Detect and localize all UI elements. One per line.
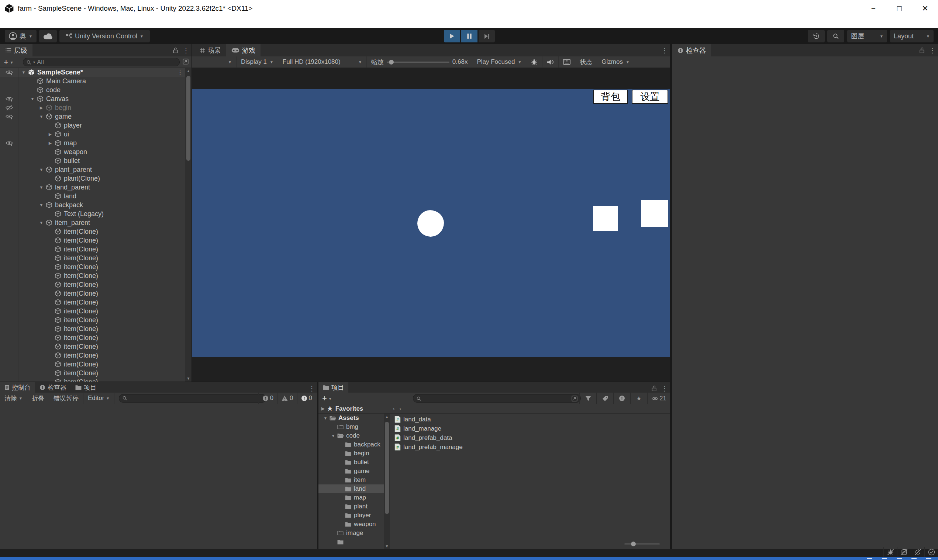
- scrollbar-thumb[interactable]: [385, 422, 389, 514]
- visibility-gutter[interactable]: [0, 307, 19, 315]
- scroll-up-icon[interactable]: ▲: [384, 415, 390, 419]
- file-row[interactable]: # land_manage: [392, 424, 670, 433]
- hierarchy-row[interactable]: item(Clone): [0, 325, 191, 333]
- layout-dropdown[interactable]: Layout ▼: [890, 30, 933, 42]
- hierarchy-row[interactable]: item(Clone): [0, 360, 191, 369]
- undo-history-button[interactable]: [808, 30, 825, 42]
- thumbnail-size-slider[interactable]: [624, 543, 660, 545]
- version-control-dropdown[interactable]: Unity Version Control ▼: [59, 30, 150, 42]
- expand-arrow[interactable]: [38, 220, 45, 225]
- resolution-dropdown[interactable]: Full HD (1920x1080)▼: [278, 56, 367, 68]
- visibility-gutter[interactable]: [0, 148, 19, 156]
- hierarchy-row[interactable]: item(Clone): [0, 333, 191, 342]
- expand-arrow[interactable]: [29, 97, 36, 101]
- visibility-gutter[interactable]: [0, 315, 19, 325]
- visibility-gutter[interactable]: [0, 174, 19, 183]
- visibility-gutter[interactable]: [0, 200, 19, 209]
- info-count-toggle[interactable]: 0: [258, 392, 277, 404]
- gizmos-dropdown[interactable]: Gizmos▼: [597, 56, 634, 68]
- folder-row[interactable]: bullet: [318, 458, 384, 467]
- folder-row[interactable]: bmg: [318, 423, 384, 431]
- expand-arrow[interactable]: ▶: [321, 406, 324, 411]
- folder-row[interactable]: weapon: [318, 520, 384, 529]
- close-button[interactable]: ✕: [912, 0, 938, 17]
- visibility-gutter[interactable]: [0, 280, 19, 289]
- folder-row[interactable]: Assets: [318, 414, 384, 423]
- zoom-slider[interactable]: [387, 62, 449, 63]
- visibility-gutter[interactable]: [0, 236, 19, 245]
- create-asset-button[interactable]: +▼: [322, 394, 332, 403]
- folder-row[interactable]: plant: [318, 502, 384, 511]
- kebab-menu-icon[interactable]: ⋮: [309, 385, 315, 392]
- hierarchy-row[interactable]: item(Clone): [0, 271, 191, 280]
- hierarchy-row[interactable]: item(Clone): [0, 315, 191, 325]
- expand-arrow[interactable]: [322, 416, 329, 420]
- folder-row[interactable]: game: [318, 467, 384, 475]
- expand-arrow[interactable]: [38, 203, 45, 207]
- hierarchy-row[interactable]: item(Clone): [0, 280, 191, 289]
- folder-row[interactable]: begin: [318, 449, 384, 458]
- kebab-menu-icon[interactable]: ⋮: [177, 68, 184, 76]
- visibility-gutter[interactable]: [0, 138, 19, 148]
- kebab-menu-icon[interactable]: ⋮: [661, 46, 668, 55]
- create-object-button[interactable]: +▼: [4, 57, 14, 67]
- debugger-disconnected-icon[interactable]: [883, 547, 897, 557]
- visibility-gutter[interactable]: [0, 94, 19, 103]
- warning-count-toggle[interactable]: 0: [277, 392, 297, 404]
- expand-arrow[interactable]: [46, 132, 54, 137]
- visibility-gutter[interactable]: [0, 263, 19, 271]
- lock-icon[interactable]: [651, 385, 657, 392]
- kebab-menu-icon[interactable]: ⋮: [183, 46, 189, 55]
- settings-button[interactable]: 设置: [632, 89, 668, 104]
- breadcrumb-item[interactable]: [397, 405, 401, 412]
- expand-arrow[interactable]: [38, 168, 45, 172]
- maximize-button[interactable]: □: [886, 0, 912, 17]
- visibility-gutter[interactable]: [0, 298, 19, 307]
- stats-button[interactable]: 状态: [575, 56, 597, 68]
- hierarchy-row[interactable]: begin: [0, 103, 191, 112]
- vsync-button[interactable]: [558, 56, 575, 68]
- visibility-gutter[interactable]: [0, 77, 19, 86]
- pause-button[interactable]: [461, 30, 477, 42]
- tab-inspector[interactable]: 检查器: [672, 44, 711, 56]
- hierarchy-row[interactable]: game: [0, 112, 191, 121]
- refresh-disabled-icon[interactable]: [911, 547, 924, 557]
- visibility-gutter[interactable]: [0, 360, 19, 369]
- hierarchy-row[interactable]: item(Clone): [0, 236, 191, 245]
- hierarchy-row[interactable]: item(Clone): [0, 254, 191, 263]
- folder-row[interactable]: land: [318, 485, 384, 493]
- scroll-down-icon[interactable]: ▼: [185, 376, 191, 380]
- log-filter-button[interactable]: [613, 392, 630, 404]
- visibility-gutter[interactable]: [0, 209, 19, 218]
- save-search-button[interactable]: ★: [630, 392, 647, 404]
- expand-arrow[interactable]: [38, 185, 45, 189]
- hierarchy-row[interactable]: map: [0, 138, 191, 148]
- visibility-gutter[interactable]: [0, 165, 19, 174]
- search-button[interactable]: [827, 30, 844, 42]
- hierarchy-row[interactable]: item(Clone): [0, 377, 191, 382]
- expand-arrow[interactable]: [20, 70, 27, 74]
- scrollbar-thumb[interactable]: [186, 76, 190, 161]
- scroll-down-icon[interactable]: ▼: [384, 544, 390, 548]
- expand-arrow[interactable]: [38, 105, 45, 110]
- layers-dropdown[interactable]: 图层 ▼: [847, 30, 887, 42]
- tab-project-bottom[interactable]: 项目: [71, 382, 101, 392]
- search-by-label-button[interactable]: [596, 392, 613, 404]
- tab-game[interactable]: 游戏: [226, 44, 261, 56]
- console-search-input[interactable]: [119, 394, 267, 403]
- mute-audio-button[interactable]: [542, 56, 558, 68]
- tab-hierarchy[interactable]: 层级: [0, 44, 32, 56]
- error-pause-button[interactable]: 错误暂停: [49, 392, 83, 404]
- folder-row[interactable]: player: [318, 511, 384, 520]
- zoom-slider-knob[interactable]: [389, 60, 394, 65]
- visibility-gutter[interactable]: [0, 218, 19, 227]
- project-search-input[interactable]: [413, 394, 581, 403]
- folder-row[interactable]: image: [318, 529, 384, 537]
- hierarchy-row[interactable]: Text (Legacy): [0, 209, 191, 218]
- visibility-gutter[interactable]: [0, 289, 19, 298]
- hierarchy-row[interactable]: backpack: [0, 200, 191, 209]
- hierarchy-row[interactable]: item(Clone): [0, 307, 191, 315]
- visibility-gutter[interactable]: [0, 333, 19, 342]
- expand-arrow[interactable]: [38, 114, 45, 119]
- tab-project[interactable]: 项目: [318, 382, 348, 392]
